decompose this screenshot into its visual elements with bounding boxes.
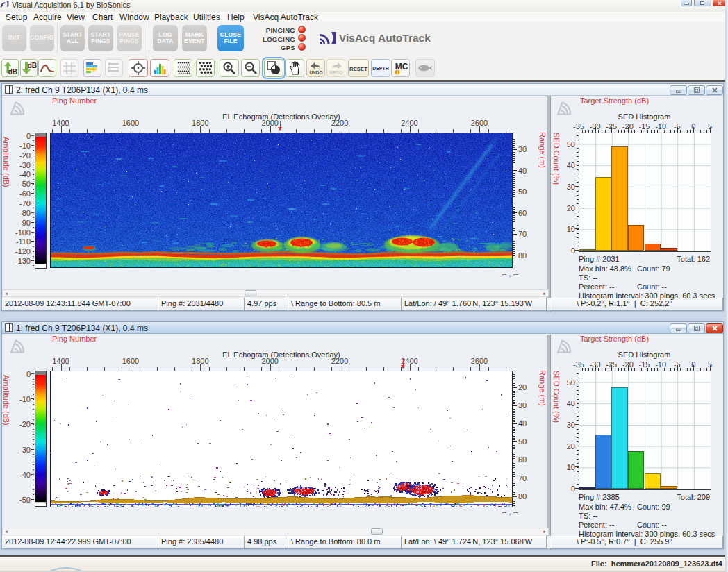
svg-text:dB: dB [8,68,17,75]
svg-text:dB: dB [27,62,36,69]
svg-text:UNDO: UNDO [309,70,322,75]
svg-text:REDO: REDO [329,70,342,75]
svg-text:DEPTH: DEPTH [372,66,389,71]
svg-text:!: ! [396,69,398,76]
svg-text:RESET: RESET [349,66,367,72]
